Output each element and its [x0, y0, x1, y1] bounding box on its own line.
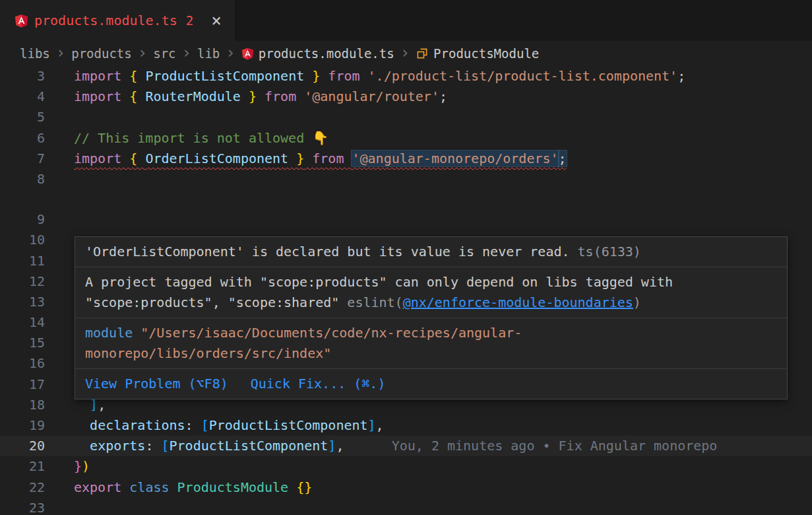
- diagnostic-source: ): [633, 294, 641, 310]
- breadcrumb-item-libs[interactable]: libs: [20, 46, 50, 61]
- hover-diagnostic-eslint: A project tagged with "scope:products" c…: [75, 267, 787, 318]
- code-line-9[interactable]: 9: [0, 209, 812, 230]
- code-editor[interactable]: 3import { ProductListComponent } from '.…: [0, 66, 812, 515]
- tab-products-module[interactable]: products.module.ts 2 ×: [0, 0, 234, 41]
- class-symbol-icon: [416, 47, 429, 60]
- code-token: ;: [439, 88, 447, 104]
- breadcrumb-item-src[interactable]: src: [153, 46, 175, 61]
- module-path: monorepo/libs/orders/src/index": [85, 345, 331, 361]
- code-line-22[interactable]: 22export class ProductsModule {}: [0, 477, 812, 498]
- line-number: 9: [0, 209, 45, 230]
- code-line-5[interactable]: 5: [0, 107, 812, 127]
- quick-fix-button[interactable]: Quick Fix... (⌘.): [251, 374, 386, 394]
- git-blame-annotation: You, 2 minutes ago • Fix Angular monorep…: [344, 438, 717, 454]
- code-line-19[interactable]: 19 declarations: [ProductListComponent],: [0, 415, 812, 436]
- code-token: ,: [336, 438, 344, 454]
- breadcrumb-item-symbol[interactable]: ProductsModule: [433, 46, 539, 61]
- line-number: 12: [0, 271, 45, 292]
- line-number: 13: [0, 292, 45, 312]
- line-number: 3: [0, 66, 45, 86]
- code-line-3[interactable]: 3import { ProductListComponent } from '.…: [0, 66, 812, 86]
- code-text: export class ProductsModule {}: [74, 479, 312, 495]
- code-token: ;: [559, 151, 567, 166]
- chevron-right-icon: ›: [400, 45, 410, 63]
- code-token: ProductListComponent: [209, 417, 368, 433]
- line-number: 6: [0, 128, 45, 149]
- angular-file-icon: [15, 13, 28, 28]
- line-number: 20: [0, 436, 45, 456]
- code-token: [74, 417, 90, 433]
- code-line-21[interactable]: 21}): [0, 456, 812, 477]
- code-token: {}: [296, 479, 312, 495]
- chevron-right-icon: ›: [182, 45, 191, 63]
- tab-close-icon[interactable]: ×: [211, 12, 222, 29]
- code-token: ProductsModule: [177, 479, 297, 495]
- code-token: import: [74, 151, 129, 166]
- angular-file-icon: [241, 47, 254, 61]
- line-number: 15: [0, 333, 45, 353]
- code-token: }: [304, 68, 320, 84]
- code-token: ProductListComponent: [170, 438, 328, 454]
- code-line-20[interactable]: 20 exports: [ProductListComponent], You,…: [0, 436, 812, 456]
- hover-problem-widget: 'OrderListComponent' is declared but its…: [75, 236, 788, 399]
- code-token: {: [129, 151, 145, 166]
- breadcrumb-item-products[interactable]: products: [71, 46, 132, 61]
- tab-bar: products.module.ts 2 ×: [0, 0, 812, 41]
- code-token: RouterModule: [145, 88, 241, 104]
- chevron-right-icon: ›: [56, 45, 65, 63]
- code-token: [74, 438, 90, 454]
- breadcrumb-item-file[interactable]: products.module.ts: [259, 46, 394, 61]
- code-text: exports: [ProductListComponent], You, 2 …: [74, 438, 717, 454]
- code-line-23[interactable]: 23: [0, 498, 812, 515]
- vscode-editor-window: products.module.ts 2 × libs › products ›…: [0, 0, 812, 515]
- code-token: class: [129, 479, 177, 495]
- module-path: "/Users/isaac/Documents/code/nx-recipes/…: [133, 325, 522, 341]
- line-number: 22: [0, 477, 45, 498]
- code-token: }: [288, 151, 304, 166]
- code-line-7[interactable]: 7import { OrderListComponent } from '@an…: [0, 149, 812, 169]
- line-number: 21: [0, 456, 45, 477]
- chevron-right-icon: ›: [226, 45, 235, 63]
- code-text: declarations: [ProductListComponent],: [74, 417, 384, 433]
- code-text: import { RouterModule } from '@angular/r…: [74, 88, 447, 104]
- code-text: // This import is not allowed 👇: [74, 130, 328, 146]
- line-number: 8: [0, 169, 45, 189]
- code-token: './product-list/product-list.component': [368, 68, 678, 84]
- line-number: 23: [0, 498, 45, 515]
- line-number: 14: [0, 312, 45, 333]
- code-line-6[interactable]: 6// This import is not allowed 👇: [0, 128, 812, 149]
- code-token: OrderListComponent: [145, 151, 288, 166]
- breadcrumb-item-lib[interactable]: lib: [197, 46, 220, 61]
- code-token: import: [74, 68, 129, 84]
- code-token: {: [129, 88, 145, 104]
- code-line-8[interactable]: 8: [0, 169, 812, 189]
- code-token: ]: [328, 438, 336, 454]
- code-token: ): [82, 458, 90, 474]
- code-token: from: [304, 151, 352, 166]
- code-token: ]: [368, 417, 376, 433]
- diagnostic-source: ts(6133): [570, 244, 641, 259]
- line-number: 16: [0, 353, 45, 374]
- line-number: 4: [0, 86, 45, 107]
- code-token: {: [129, 68, 145, 84]
- code-text: import { ProductListComponent } from './…: [74, 68, 685, 84]
- code-token: '@angular/router': [304, 88, 439, 104]
- diagnostic-message: 'OrderListComponent' is declared but its…: [85, 244, 570, 259]
- line-number: 11: [0, 251, 45, 271]
- code-token: [: [201, 417, 209, 433]
- module-keyword: module: [85, 325, 133, 341]
- code-text: }): [74, 458, 90, 474]
- eslint-rule-link[interactable]: @nx/enforce-module-boundaries: [403, 294, 633, 310]
- code-line-4[interactable]: 4import { RouterModule } from '@angular/…: [0, 86, 812, 107]
- hover-status-bar: View Problem (⌥F8) Quick Fix... (⌘.): [75, 368, 787, 399]
- tab-problems-badge: 2: [186, 13, 193, 28]
- code-text: import { OrderListComponent } from '@ang…: [74, 151, 567, 166]
- code-token: }: [74, 458, 82, 474]
- code-token: :: [145, 438, 161, 454]
- code-token: from: [257, 88, 304, 104]
- view-problem-button[interactable]: View Problem (⌥F8): [85, 374, 228, 394]
- code-token: from: [320, 68, 367, 84]
- line-number: 7: [0, 149, 45, 169]
- line-number: 17: [0, 374, 45, 395]
- diagnostic-source: eslint(: [347, 294, 402, 310]
